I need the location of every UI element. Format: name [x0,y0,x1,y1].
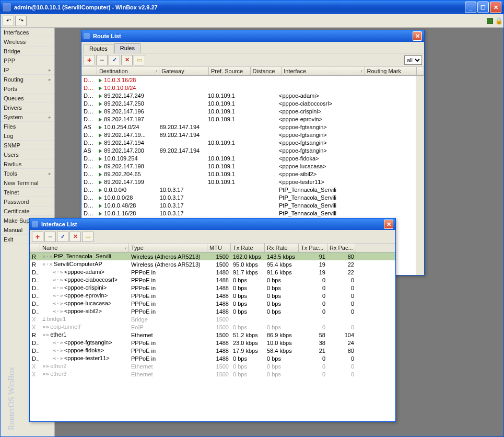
route-row[interactable]: DAO10.0.1.16/2810.0.3.17PtP_Tennacola_Se… [81,209,416,217]
disable-button[interactable]: ✕ [121,55,133,65]
interface-row[interactable]: DR«·»<pppoe-tester11>PPPoE in14880 bps0 … [30,354,395,362]
sidebar-item-routing[interactable]: Routing▸ [1,75,54,84]
redo-button[interactable]: ↷ [15,16,27,26]
route-row[interactable]: DAO0.0.0.0/010.0.3.17PtP_Tennacola_Servi… [81,186,416,193]
route-scrollbar[interactable] [416,76,424,275]
route-row[interactable]: DAC89.202.204.6510.0.109.1<pppoe-sibil2> [81,170,416,178]
interface-row[interactable]: R«·»PtP_Tennacola_ServiliWireless (Ather… [30,252,395,260]
close-button[interactable]: ✕ [490,2,501,13]
route-row[interactable]: AS89.202.147.20089.202.147.194<pppoe-fgt… [81,146,416,154]
route-header-flags[interactable] [417,67,424,75]
route-header-distance[interactable]: Distance [251,67,282,75]
add-button[interactable]: + [84,55,95,65]
sidebar-item-bridge[interactable]: Bridge [1,47,54,56]
interface-row[interactable]: X«»ether2Ethernet15000 bps0 bps00 [30,362,395,370]
sidebar-item-ip[interactable]: IP▸ [1,65,54,75]
route-row[interactable]: DAC89.202.147.19610.0.109.1<pppoe-crispi… [81,107,416,115]
iface-header-mtu[interactable]: MTU [207,244,231,252]
route-row[interactable]: DAC89.202.147.19410.0.109.1<pppoe-fgtsan… [81,139,416,146]
route-row[interactable]: DAO10.0.0.48/2810.0.3.17PtP_Tennacola_Se… [81,201,416,209]
interface-type-icon: «» [42,324,49,330]
route-active-icon [99,196,102,200]
route-header-destination[interactable]: Destination/ [97,67,159,75]
iface-header-tx-rate[interactable]: Tx Rate [231,244,265,252]
interface-row[interactable]: X⊥bridge1Bridge1500 [30,315,395,323]
interface-row[interactable]: DR«·»<pppoe-ciaboccosrl>PPPoE in14880 bp… [30,276,395,284]
sidebar-item-wireless[interactable]: Wireless [1,37,54,47]
sidebar-item-queues[interactable]: Queues [1,94,54,103]
route-row[interactable]: AS10.0.254.0/2489.202.147.194<pppoe-fgts… [81,123,416,131]
filter-select[interactable]: all [404,55,422,65]
disable-button[interactable]: ✕ [69,232,81,242]
remove-button[interactable]: − [96,55,108,65]
route-header-pref-source[interactable]: Pref. Source [209,67,251,75]
interface-list-titlebar[interactable]: Interface List ✕ [30,218,395,230]
chevron-right-icon: ▸ [49,114,51,120]
sidebar-item-log[interactable]: Log [1,131,54,141]
route-row[interactable]: DAC10.0.109.25410.0.109.1<pppoe-fidoka> [81,154,416,162]
interface-row[interactable]: DR«·»<pppoe-lucacasa>PPPoE in14880 bps0 … [30,300,395,307]
sidebar-item-radius[interactable]: Radius [1,159,54,169]
route-row[interactable]: DAC89.202.147.19910.0.109.1<pppoe-tester… [81,178,416,186]
route-list-close-button[interactable]: ✕ [413,31,422,41]
interface-row[interactable]: DR«·»<pppoe-sibil2>PPPoE in14880 bps0 bp… [30,307,395,315]
interface-row[interactable]: X«»ether3Ethernet15000 bps0 bps00 [30,370,395,378]
interface-row[interactable]: X«»eoip-tunnelFEoIP15000 bps0 bps00 [30,323,395,331]
route-row[interactable]: DAC89.202.147.25010.0.109.1<pppoe-ciaboc… [81,99,416,107]
interface-row[interactable]: DR«·»<pppoe-adami>PPPoE in148091.7 kbps9… [30,268,395,276]
maximize-button[interactable]: ☐ [477,2,489,13]
iface-header-name[interactable]: Name/ [40,244,129,252]
sidebar-item-snmp[interactable]: SNMP [1,141,54,150]
route-header-gateway[interactable]: Gateway [159,67,209,75]
interface-row[interactable]: DR«·»<pppoe-fidoka>PPPoE in148817.9 kbps… [30,347,395,354]
sidebar-item-tools[interactable]: Tools▸ [1,169,54,178]
tab-rules[interactable]: Rules [114,43,140,53]
sidebar-item-system[interactable]: System▸ [1,112,54,122]
route-row[interactable]: DAO10.0.0.0/2810.0.3.17PtP_Tennacola_Ser… [81,193,416,201]
interface-row[interactable]: DR«·»<pppoe-eprovin>PPPoE in14880 bps0 b… [30,292,395,300]
iface-header-rx-pac-[interactable]: Rx Pac... [327,244,356,252]
route-row[interactable]: DAC89.202.147.19...89.202.147.194<pppoe-… [81,131,416,139]
sidebar-item-ports[interactable]: Ports [1,84,54,94]
iface-header-type[interactable]: Type [129,244,207,252]
route-header-flags[interactable] [81,67,97,75]
route-active-icon [99,165,102,169]
enable-button[interactable]: ✓ [109,55,120,65]
remove-button[interactable]: − [44,232,56,242]
sidebar-item-telnet[interactable]: Telnet [1,188,54,197]
route-row[interactable]: DAC89.202.147.19710.0.109.1<pppoe-eprovi… [81,115,416,123]
sidebar-item-ppp[interactable]: PPP [1,56,54,65]
sidebar-item-new-terminal[interactable]: New Terminal [1,178,54,188]
interface-row[interactable]: R«·»ServiliComputerAPWireless (Atheros A… [30,260,395,268]
comment-button[interactable]: ▭ [82,232,93,242]
interface-row[interactable]: DR«·»<pppoe-crispini>PPPoE in14880 bps0 … [30,284,395,292]
interface-row[interactable]: R«»ether1Ethernet150051.2 kbps86.9 kbps5… [30,331,395,339]
enable-button[interactable]: ✓ [57,232,68,242]
sidebar-item-certificate[interactable]: Certificate [1,206,54,216]
main-titlebar[interactable]: admin@10.0.10.1 (ServiliComputer) - WinB… [1,1,503,14]
iface-header-flags[interactable] [30,244,40,252]
tab-routes[interactable]: Routes [84,44,113,53]
route-row[interactable]: DAC89.202.147.24910.0.109.1<pppoe-adami> [81,91,416,99]
sidebar-item-files[interactable]: Files [1,122,54,131]
route-row[interactable]: DI O10.0.10.0/24 [81,84,416,91]
undo-button[interactable]: ↶ [3,16,14,26]
iface-header-rx-rate[interactable]: Rx Rate [265,244,299,252]
comment-button[interactable]: ▭ [134,55,145,65]
sidebar-item-drivers[interactable]: Drivers [1,103,54,112]
route-header-routing-mark[interactable]: Routing Mark [365,67,417,75]
route-row[interactable]: DI O10.0.3.16/28 [81,76,416,84]
route-list-titlebar[interactable]: Route List ✕ [81,30,424,42]
route-header-interface[interactable]: Interface/ [282,67,365,75]
interface-row[interactable]: DR«·»<pppoe-fgtsangin>PPPoE in148823.0 k… [30,339,395,347]
sidebar-item-password[interactable]: Password [1,197,54,206]
route-row[interactable]: DAC89.202.147.19810.0.109.1<pppoe-lucaca… [81,162,416,170]
add-button[interactable]: + [32,232,43,242]
sidebar-item-users[interactable]: Users [1,150,54,159]
interface-list-close-button[interactable]: ✕ [384,220,393,229]
interface-list-window[interactable]: Interface List ✕ + − ✓ ✕ ▭ Name/TypeMTUT… [29,218,396,422]
minimize-button[interactable]: _ [465,2,476,13]
iface-header-tx-pac-[interactable]: Tx Pac... [299,244,327,252]
sidebar-item-interfaces[interactable]: Interfaces [1,28,54,37]
interface-grid-body[interactable]: R«·»PtP_Tennacola_ServiliWireless (Ather… [30,252,395,421]
